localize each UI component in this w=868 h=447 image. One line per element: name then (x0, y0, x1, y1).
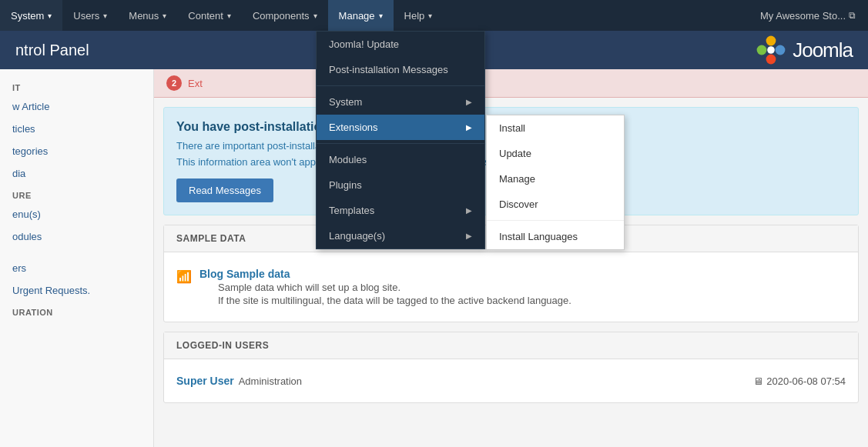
nav-label-manage: Manage (339, 10, 375, 22)
sidebar-item-menus[interactable]: enu(s) (0, 203, 153, 225)
svg-point-1 (776, 45, 786, 55)
sidebar-item-new-article[interactable]: w Article (0, 95, 153, 118)
caret-manage: ▾ (379, 12, 383, 20)
nav-item-manage[interactable]: Manage ▾ (328, 0, 394, 31)
blog-sample-title[interactable]: Blog Sample data (199, 268, 571, 280)
menu-plugins[interactable]: Plugins (317, 172, 484, 198)
submenu-manage[interactable]: Manage (487, 166, 624, 192)
caret-components: ▾ (313, 12, 317, 20)
nav-item-system[interactable]: System ▾ (0, 0, 62, 31)
svg-point-2 (766, 55, 776, 65)
submenu-install-languages[interactable]: Install Languages (487, 224, 624, 249)
caret-users: ▾ (103, 12, 107, 20)
submenu-arrow-system: ▶ (466, 98, 472, 106)
logged-in-section: LOGGED-IN USERS Super User Administratio… (163, 332, 859, 403)
read-messages-button[interactable]: Read Messages (176, 178, 273, 202)
site-name-bar: My Awesome Sto... ⧉ (748, 0, 868, 31)
nav-label-components: Components (253, 10, 310, 22)
menu-languages[interactable]: Language(s) ▶ (317, 223, 484, 249)
nav-item-users[interactable]: Users ▾ (62, 0, 118, 31)
alert-link[interactable]: Ext (188, 78, 203, 89)
sidebar-item-articles[interactable]: ticles (0, 118, 153, 140)
submenu-divider (487, 220, 624, 221)
submenu-install[interactable]: Install (487, 115, 624, 141)
blog-sample-desc1: Sample data which will set up a blog sit… (218, 282, 571, 293)
super-user-role: Administration (239, 375, 302, 387)
sidebar-section-ure: URE (0, 185, 153, 203)
menu-divider-2 (317, 143, 484, 144)
super-user-name[interactable]: Super User (176, 375, 234, 387)
svg-point-4 (767, 46, 775, 54)
caret-menus: ▾ (163, 12, 166, 20)
submenu-update[interactable]: Update (487, 141, 624, 166)
menu-joomla-update[interactable]: Joomla! Update (317, 32, 484, 57)
sidebar-item-urgent[interactable]: Urgent Requests. (0, 279, 153, 302)
blog-sample-desc2: If the site is multilingual, the data wi… (218, 295, 571, 306)
extensions-submenu: Install Update Manage Discover Install L… (486, 115, 625, 250)
logged-user-row: Super User Administration 🖥 2020-06-08 0… (176, 369, 846, 393)
sidebar-item-modules[interactable]: odules (0, 225, 153, 248)
menu-templates[interactable]: Templates ▶ (317, 198, 484, 223)
submenu-discover[interactable]: Discover (487, 192, 624, 217)
submenu-arrow-languages: ▶ (466, 232, 472, 240)
submenu-arrow-templates: ▶ (466, 206, 472, 215)
joomla-logo: Joomla (756, 35, 853, 65)
nav-item-menus[interactable]: Menus ▾ (118, 0, 177, 31)
sidebar: IT w Article ticles tegories dia URE enu… (0, 69, 154, 447)
nav-item-components[interactable]: Components ▾ (242, 0, 328, 31)
caret-help: ▾ (428, 12, 432, 20)
manage-menu: Joomla! Update Post-installation Message… (316, 31, 485, 249)
logged-user-time: 🖥 2020-06-08 07:54 (753, 375, 846, 387)
sidebar-item-users[interactable]: ers (0, 257, 153, 279)
nav-label-menus: Menus (129, 10, 159, 22)
external-link-icon: ⧉ (849, 10, 856, 21)
sample-data-body: 📶 Blog Sample data Sample data which wil… (164, 252, 858, 322)
menu-extensions[interactable]: Extensions ▶ Install Update Manage Disco… (317, 115, 484, 140)
joomla-logo-svg (756, 35, 786, 65)
menu-divider-1 (317, 85, 484, 86)
logged-in-body: Super User Administration 🖥 2020-06-08 0… (164, 359, 858, 402)
svg-point-0 (766, 36, 776, 46)
monitor-icon: 🖥 (753, 375, 763, 387)
nav-item-help[interactable]: Help ▾ (394, 0, 444, 31)
sidebar-section-empty (0, 248, 153, 257)
joomla-brand-text: Joomla (793, 38, 853, 62)
sidebar-section-it: IT (0, 77, 153, 95)
nav-label-system: System (11, 10, 44, 22)
nav-label-content: Content (188, 10, 223, 22)
sidebar-item-media[interactable]: dia (0, 162, 153, 185)
alert-badge: 2 (166, 75, 182, 91)
menu-post-install[interactable]: Post-installation Messages (317, 57, 484, 82)
svg-point-3 (757, 45, 767, 55)
logged-in-header: LOGGED-IN USERS (164, 332, 858, 359)
nav-label-users: Users (73, 10, 99, 22)
caret-content: ▾ (227, 12, 231, 20)
alert-bar: 2 Ext (154, 69, 868, 98)
caret-system: ▾ (48, 12, 52, 20)
menu-modules[interactable]: Modules (317, 147, 484, 172)
nav-label-help: Help (404, 10, 425, 22)
top-nav: System ▾ Users ▾ Menus ▾ Content ▾ Compo… (0, 0, 868, 31)
menu-system[interactable]: System ▶ (317, 89, 484, 115)
sidebar-section-uration: URATION (0, 302, 153, 320)
sidebar-item-categories[interactable]: tegories (0, 140, 153, 162)
site-name-text: My Awesome Sto... (760, 10, 846, 22)
sample-data-row: 📶 Blog Sample data Sample data which wil… (176, 262, 846, 312)
submenu-arrow-extensions: ▶ (466, 123, 472, 132)
nav-item-content[interactable]: Content ▾ (177, 0, 242, 31)
manage-dropdown: Joomla! Update Post-installation Message… (316, 31, 485, 249)
wifi-icon: 📶 (176, 269, 192, 284)
sample-data-content: Blog Sample data Sample data which will … (199, 268, 571, 306)
